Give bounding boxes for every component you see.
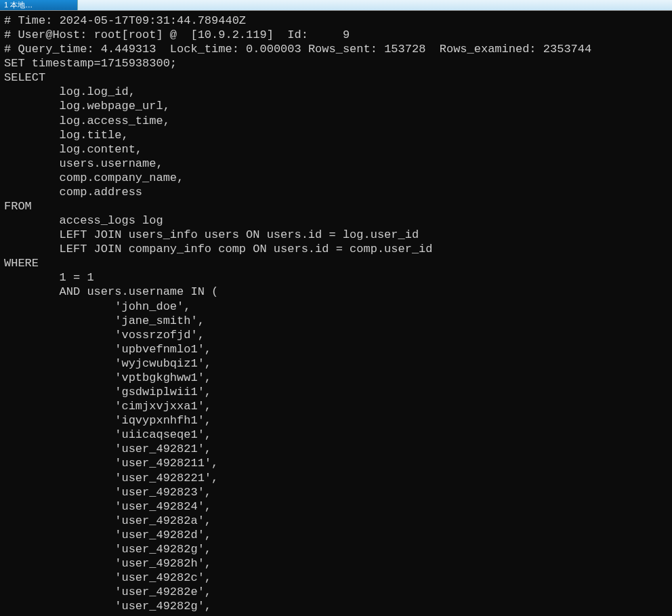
log-rows-sent-label: Rows_sent: [301, 43, 384, 56]
sql-where-line: 'user_4928211', [4, 457, 218, 470]
sql-where-line: 'uiicaqseqe1', [4, 428, 211, 441]
sql-select-kw: SELECT [4, 71, 45, 84]
sql-from-kw: FROM [4, 200, 32, 213]
tab-local[interactable]: 1 本地… [0, 0, 77, 10]
log-lock-label: Lock_time: [156, 43, 246, 56]
sql-col: comp.company_name, [4, 171, 184, 184]
sql-set-stmt: SET timestamp=1715938300; [4, 57, 177, 70]
log-time-prefix: # Time: [4, 14, 60, 27]
sql-where-line: 'user_49282a', [4, 514, 211, 527]
sql-where-line: 'user_4928221', [4, 472, 218, 485]
title-bar: 1 本地… [0, 0, 672, 11]
sql-where-line: 'user_492823', [4, 486, 211, 499]
sql-from-line: LEFT JOIN company_info comp ON users.id … [4, 243, 433, 255]
sql-from-line: LEFT JOIN users_info users ON users.id =… [4, 228, 419, 241]
sql-from-line: access_logs log [4, 214, 163, 227]
sql-where-line: 'upbvefnmlo1', [4, 343, 211, 356]
sql-where-line: AND users.username IN ( [4, 285, 218, 298]
log-rows-examined-label: Rows_examined: [425, 43, 543, 56]
sql-where-line: 'cimjxvjxxa1', [4, 400, 211, 413]
sql-where-line: 'user_49282c', [4, 571, 211, 584]
sql-col: log.content, [4, 143, 142, 156]
sql-col: comp.address [4, 186, 142, 199]
sql-where-line: 'user_492824', [4, 500, 211, 513]
log-userhost-value: root[root] @ [10.9.2.119] Id: 9 [94, 28, 350, 41]
sql-where-kw: WHERE [4, 257, 39, 270]
log-userhost-prefix: # User@Host: [4, 28, 94, 41]
sql-col: log.log_id, [4, 85, 135, 98]
sql-where-line: 'jane_smith', [4, 314, 205, 327]
sql-col: log.access_time, [4, 115, 170, 127]
sql-where-line: 'user_492821', [4, 443, 211, 455]
log-rows-sent: 153728 [384, 43, 425, 56]
sql-where-line: 'john_doe', [4, 300, 190, 313]
sql-where-line: 'user_49282d', [4, 529, 211, 541]
terminal-output[interactable]: # Time: 2024-05-17T09:31:44.789440Z # Us… [0, 11, 672, 613]
sql-where-line: 'gsdwiplwii1', [4, 386, 211, 398]
sql-where-line: 'user_49282e', [4, 586, 211, 598]
log-query-prefix: # Query_time: [4, 43, 101, 56]
sql-col: log.webpage_url, [4, 100, 170, 112]
sql-where-line: 'user_49282g', [4, 600, 211, 613]
sql-col: log.title, [4, 129, 129, 142]
log-query-time: 4.449313 [101, 43, 156, 56]
sql-where-line: 'iqvypxnhfh1', [4, 414, 211, 427]
log-rows-examined: 2353744 [543, 43, 591, 56]
sql-where-line: 'vptbgkghww1', [4, 371, 211, 384]
sql-col: users.username, [4, 157, 163, 170]
sql-where-line: 'wyjcwubqiz1', [4, 357, 211, 370]
sql-where-line: 'vossrzofjd', [4, 329, 205, 342]
tab-label: 1 本地… [4, 1, 33, 10]
sql-where-line: 'user_49282g', [4, 543, 211, 556]
sql-where-line: 1 = 1 [4, 271, 94, 284]
log-lock-time: 0.000003 [246, 43, 301, 56]
log-time-value: 2024-05-17T09:31:44.789440Z [60, 14, 246, 27]
title-bar-blank [77, 0, 672, 10]
sql-where-line: 'user_49282h', [4, 557, 211, 570]
